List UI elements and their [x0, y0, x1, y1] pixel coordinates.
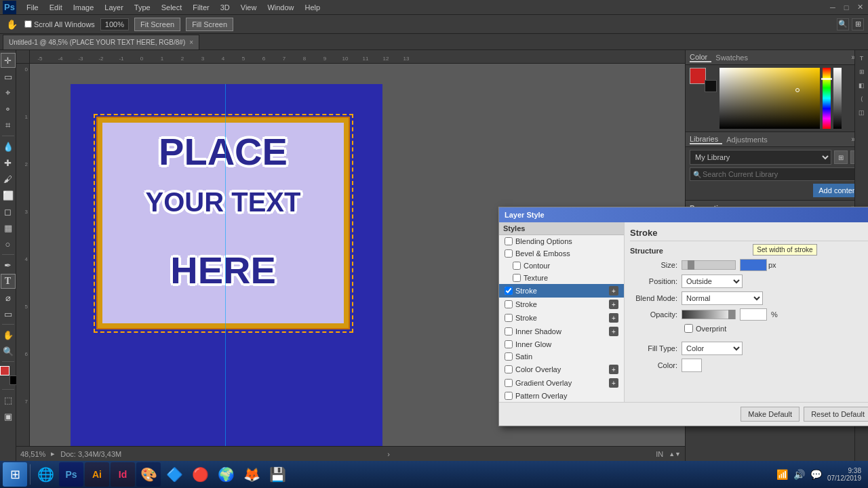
- ruler-unit-toggle[interactable]: ▲▼: [669, 451, 681, 458]
- dodge-tool[interactable]: ○: [1, 237, 16, 251]
- contour-checkbox[interactable]: [513, 262, 521, 270]
- swatches-tab[interactable]: Swatches: [711, 54, 752, 62]
- scroll-all-windows-checkbox[interactable]: [24, 20, 32, 28]
- taskbar-firefox-icon[interactable]: 🦊: [239, 462, 264, 487]
- library-dropdown[interactable]: My Library: [690, 150, 831, 165]
- fill-type-dropdown[interactable]: Color Gradient Pattern: [682, 342, 743, 355]
- foreground-color[interactable]: [0, 366, 9, 375]
- inner-shadow-item[interactable]: Inner Shadow +: [499, 325, 624, 338]
- inner-glow-checkbox[interactable]: [505, 340, 513, 348]
- maximize-button[interactable]: □: [841, 2, 852, 13]
- color-overlay-checkbox[interactable]: [505, 365, 513, 373]
- dialog-title-bar[interactable]: Layer Style: [499, 207, 868, 222]
- marquee-tool[interactable]: ▭: [1, 69, 16, 84]
- stroke-item-3[interactable]: Stroke +: [499, 311, 624, 325]
- adjustments-tab[interactable]: Adjustments: [722, 136, 772, 144]
- brightness-slider[interactable]: [833, 68, 842, 129]
- menu-image[interactable]: Image: [68, 2, 99, 13]
- eraser-tool[interactable]: ◻: [1, 204, 16, 219]
- make-default-button[interactable]: Make Default: [741, 407, 800, 422]
- gradient-overlay-checkbox[interactable]: [505, 379, 513, 387]
- gradient-tool[interactable]: ▦: [1, 220, 16, 235]
- stamp-tool[interactable]: ⬜: [1, 188, 16, 203]
- pen-tool[interactable]: ✒: [1, 258, 16, 272]
- bevel-emboss-checkbox[interactable]: [505, 249, 513, 258]
- minimize-button[interactable]: ─: [827, 2, 838, 13]
- status-arrow[interactable]: ▸: [51, 449, 55, 458]
- taskbar-ai-icon[interactable]: Ai: [85, 462, 109, 487]
- zoom-tool[interactable]: 🔍: [1, 344, 16, 359]
- start-button[interactable]: ⊞: [3, 462, 27, 487]
- texture-checkbox[interactable]: [513, 274, 521, 282]
- panel-icon-4[interactable]: ⟨: [856, 94, 867, 104]
- pattern-overlay-item[interactable]: Pattern Overlay: [499, 390, 624, 402]
- taskbar-chrome-icon[interactable]: 🌍: [214, 462, 238, 487]
- opacity-value-input[interactable]: 100: [740, 308, 767, 321]
- close-button[interactable]: ✕: [854, 2, 865, 13]
- taskbar-id-icon[interactable]: Id: [111, 462, 135, 487]
- stroke-1-checkbox[interactable]: [505, 287, 513, 295]
- contour-item[interactable]: Contour: [499, 260, 624, 272]
- status-expand[interactable]: ›: [387, 450, 390, 458]
- library-grid-view[interactable]: ⊞: [834, 150, 848, 164]
- libraries-tab[interactable]: Libraries: [690, 135, 722, 144]
- document-tab[interactable]: Untitled-1 @ 48,5% (PLACE YOUR TEXT HERE…: [3, 35, 199, 49]
- eyedropper-tool[interactable]: 💧: [1, 139, 16, 154]
- quick-mask-tool[interactable]: ⬚: [1, 392, 16, 407]
- stroke-2-add-button[interactable]: +: [609, 300, 618, 309]
- hand-tool[interactable]: ✋: [1, 327, 16, 342]
- panel-icon-1[interactable]: T: [856, 53, 867, 64]
- size-value-input[interactable]: 12: [740, 259, 767, 271]
- fit-screen-button[interactable]: Fit Screen: [134, 18, 180, 31]
- reset-default-button[interactable]: Reset to Default: [804, 407, 868, 422]
- bevel-emboss-item[interactable]: Bevel & Emboss: [499, 247, 624, 260]
- menu-layer[interactable]: Layer: [100, 2, 128, 13]
- menu-edit[interactable]: Edit: [45, 2, 67, 13]
- gradient-overlay-add-button[interactable]: +: [609, 378, 618, 388]
- menu-filter[interactable]: Filter: [188, 2, 214, 13]
- move-tool[interactable]: ✛: [1, 53, 16, 68]
- menu-file[interactable]: File: [22, 2, 43, 13]
- position-dropdown[interactable]: Outside Inside Center: [682, 274, 743, 288]
- menu-3d[interactable]: 3D: [216, 2, 235, 13]
- lasso-tool[interactable]: ⌖: [1, 85, 16, 100]
- menu-select[interactable]: Select: [157, 2, 187, 13]
- panel-icon-5[interactable]: ◫: [856, 107, 867, 118]
- menu-type[interactable]: Type: [130, 2, 155, 13]
- stroke-color-swatch[interactable]: [682, 359, 702, 372]
- stroke-2-checkbox[interactable]: [505, 300, 513, 308]
- size-slider[interactable]: [682, 260, 736, 270]
- menu-view[interactable]: View: [236, 2, 262, 13]
- panel-icon-2[interactable]: ⊞: [856, 66, 867, 77]
- satin-item[interactable]: Satin: [499, 350, 624, 363]
- menu-window[interactable]: Window: [262, 2, 298, 13]
- color-overlay-add-button[interactable]: +: [609, 365, 618, 374]
- stroke-3-add-button[interactable]: +: [609, 313, 618, 323]
- inner-shadow-checkbox[interactable]: [505, 327, 513, 336]
- stroke-1-add-button[interactable]: +: [609, 286, 618, 296]
- shape-tool[interactable]: ▭: [1, 306, 16, 321]
- opacity-slider[interactable]: [682, 310, 736, 319]
- taskbar-ps-icon[interactable]: Ps: [59, 462, 83, 487]
- quick-select-tool[interactable]: ⚬: [1, 102, 16, 117]
- color-tab[interactable]: Color: [690, 53, 711, 62]
- taskbar-ie-icon[interactable]: 🌐: [33, 462, 58, 487]
- hue-slider[interactable]: [823, 68, 831, 129]
- texture-item[interactable]: Texture: [499, 272, 624, 284]
- library-search-input[interactable]: [703, 170, 861, 178]
- search-icon[interactable]: 🔍: [837, 18, 849, 30]
- background-swatch[interactable]: [705, 80, 717, 92]
- color-gradient-picker[interactable]: [719, 68, 820, 129]
- stroke-item-2[interactable]: Stroke +: [499, 298, 624, 311]
- menu-help[interactable]: Help: [300, 2, 326, 13]
- taskbar-save-icon[interactable]: 💾: [265, 462, 290, 487]
- inner-shadow-add-button[interactable]: +: [609, 327, 618, 336]
- path-tool[interactable]: ⌀: [1, 290, 16, 305]
- taskbar-br-icon[interactable]: 🎨: [136, 462, 161, 487]
- crop-tool[interactable]: ⌗: [1, 118, 16, 133]
- fill-screen-button[interactable]: Fill Screen: [186, 18, 233, 31]
- heal-tool[interactable]: ✚: [1, 155, 16, 170]
- blending-options-checkbox[interactable]: [505, 237, 513, 245]
- stroke-item-1[interactable]: Stroke +: [499, 284, 624, 298]
- brush-tool[interactable]: 🖌: [1, 171, 16, 186]
